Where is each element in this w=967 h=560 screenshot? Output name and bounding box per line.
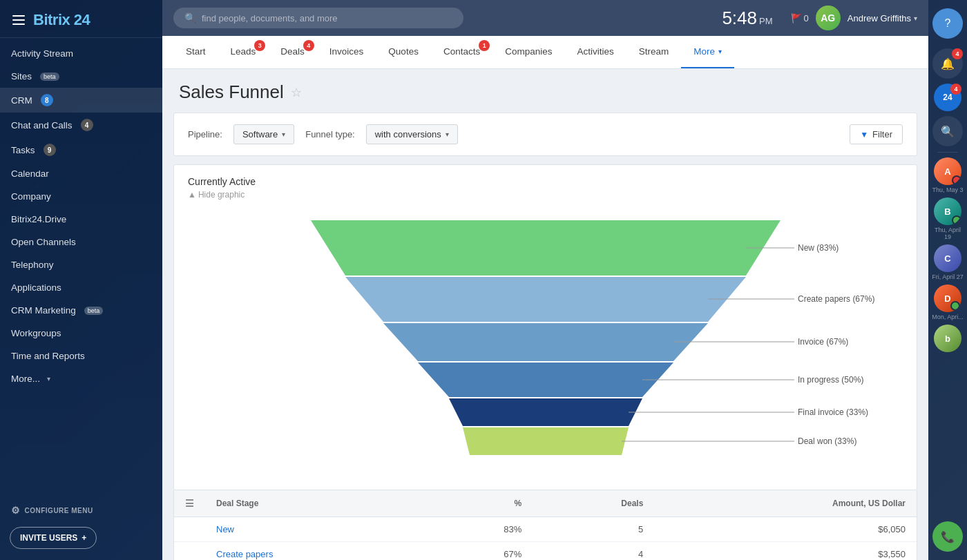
table-header-amount[interactable]: Amount, US Dollar: [654, 490, 917, 517]
rs-avatar-item-4[interactable]: D Mon, Apri...: [932, 284, 964, 320]
configure-menu[interactable]: ⚙ CONFIGURE MENU: [0, 495, 162, 523]
more-arrow-icon: ▾: [47, 375, 50, 383]
sidebar-item-applications[interactable]: Applications: [0, 276, 162, 299]
filter-panel: Pipeline: Software ▾ Funnel type: with c…: [173, 113, 917, 156]
label-final-invoice: Final invoice (33%): [798, 407, 868, 417]
sidebar-item-bitrix24-drive[interactable]: Bitrix24.Drive: [0, 208, 162, 231]
avatar-date-1: Thu, May 3: [932, 186, 963, 193]
page-title: Sales Funnel: [179, 81, 284, 103]
bitrix24-activity-button[interactable]: 24 4: [934, 84, 961, 111]
pipeline-label: Pipeline:: [188, 129, 222, 139]
favorite-star-icon[interactable]: ☆: [291, 85, 302, 100]
search-bar-wrapper[interactable]: 🔍: [173, 8, 463, 28]
avatar-initials: AG: [816, 6, 841, 30]
crm-badge: 8: [41, 94, 53, 106]
tab-activities[interactable]: Activities: [564, 36, 626, 68]
label-deal-won: Deal won (33%): [798, 436, 856, 446]
tabs-bar: Start Leads 3 Deals 4 Invoices Quotes Co…: [162, 36, 928, 69]
search-input[interactable]: [202, 13, 450, 23]
beta-badge: beta: [40, 73, 59, 81]
sidebar-item-more[interactable]: More... ▾: [0, 367, 162, 390]
invite-users-button[interactable]: INVITE USERS +: [10, 527, 97, 549]
search-button[interactable]: 🔍: [932, 116, 963, 146]
tab-companies[interactable]: Companies: [492, 36, 564, 68]
avatar-3: C: [934, 244, 961, 272]
funnel-type-label: Funnel type:: [305, 129, 355, 139]
deals-tab-badge: 4: [303, 40, 314, 51]
help-button[interactable]: ?: [932, 8, 963, 39]
sidebar-item-label: Sites: [11, 71, 32, 81]
bell-icon: 🔔: [941, 57, 955, 70]
sidebar-item-label: CRM: [11, 95, 32, 106]
number-24-icon: 24: [943, 93, 952, 102]
table-cell-pct-new: 83%: [423, 517, 533, 542]
avatar-date-4: Mon, Apri...: [932, 313, 964, 320]
table-cell-stage-new[interactable]: New: [205, 517, 423, 542]
hamburger-menu[interactable]: [10, 12, 28, 28]
sidebar-item-crm[interactable]: CRM 8: [0, 88, 162, 113]
table-header-pct[interactable]: %: [423, 490, 533, 517]
avatar-badge-4: [950, 301, 960, 311]
tab-more[interactable]: More ▾: [681, 36, 734, 68]
sidebar-item-open-channels[interactable]: Open Channels: [0, 231, 162, 253]
funnel-svg: New (83%) Create papers (67%) Invoice (6…: [193, 213, 898, 469]
table-header-deals[interactable]: Deals: [533, 490, 654, 517]
label-in-progress: In progress (50%): [798, 375, 863, 385]
hide-caret-icon: ▲: [188, 190, 196, 200]
rs-avatar-item-5[interactable]: b: [934, 325, 961, 352]
funnel-type-dropdown[interactable]: with conversions ▾: [366, 124, 458, 144]
filter-btn-label: Filter: [872, 129, 892, 139]
pipeline-dropdown[interactable]: Software ▾: [233, 124, 294, 144]
number-badge: 4: [950, 84, 961, 95]
sidebar-item-tasks[interactable]: Tasks 9: [0, 137, 162, 162]
table-header-stage[interactable]: Deal Stage: [205, 490, 423, 517]
page-content: Sales Funnel ☆ Pipeline: Software ▾ Funn…: [162, 69, 928, 560]
tab-start[interactable]: Start: [173, 36, 218, 68]
sidebar-item-chat-calls[interactable]: Chat and Calls 4: [0, 113, 162, 137]
clock-display: 5:48 PM: [722, 8, 772, 29]
sidebar-item-crm-marketing[interactable]: CRM Marketing beta: [0, 299, 162, 322]
rs-avatar-item-1[interactable]: A Thu, May 3: [932, 157, 963, 193]
user-avatar[interactable]: AG: [816, 6, 841, 30]
tab-quotes[interactable]: Quotes: [376, 36, 431, 68]
right-sidebar-divider: [937, 152, 958, 153]
tab-stream[interactable]: Stream: [626, 36, 682, 68]
invite-plus-icon: +: [82, 533, 86, 543]
sidebar-item-calendar[interactable]: Calendar: [0, 162, 162, 185]
sidebar-item-activity-stream[interactable]: Activity Stream: [0, 42, 162, 65]
page-header: Sales Funnel ☆: [162, 69, 928, 113]
sidebar-item-workgroups[interactable]: Workgroups: [0, 322, 162, 345]
clock-time: 5:48: [722, 8, 757, 29]
avatar-1: A: [934, 157, 961, 185]
user-name-label[interactable]: Andrew Griffiths ▾: [848, 13, 917, 23]
table-row: Create papers 67% 4 $3,550: [174, 542, 917, 561]
sidebar-item-time-reports[interactable]: Time and Reports: [0, 345, 162, 367]
avatar-date-2: Thu, April 19: [930, 226, 965, 240]
filter-button[interactable]: ▼ Filter: [850, 124, 903, 144]
hide-graphic-button[interactable]: ▲ Hide graphic: [188, 190, 903, 200]
sidebar-item-label: Time and Reports: [11, 351, 85, 361]
table-cell-stage-create-papers[interactable]: Create papers: [205, 542, 423, 561]
sidebar-item-telephony[interactable]: Telephony: [0, 253, 162, 276]
tab-deals[interactable]: Deals 4: [268, 36, 317, 68]
label-create-papers: Create papers (67%): [798, 294, 874, 304]
leads-tab-badge: 3: [254, 40, 265, 51]
sidebar-item-company[interactable]: Company: [0, 185, 162, 208]
funnel-type-dropdown-arrow-icon: ▾: [446, 131, 449, 138]
phone-icon: 📞: [941, 530, 955, 543]
funnel-segment-invoice: [383, 323, 708, 361]
tab-leads[interactable]: Leads 3: [218, 36, 269, 68]
sidebar-item-sites[interactable]: Sites beta: [0, 65, 162, 88]
rs-avatar-item-2[interactable]: B Thu, April 19: [930, 197, 965, 240]
notifications-button[interactable]: 🔔 4: [932, 48, 963, 79]
clock-ampm: PM: [759, 16, 773, 26]
invite-users-label: INVITE USERS: [20, 533, 77, 543]
tab-invoices[interactable]: Invoices: [317, 36, 376, 68]
rs-avatar-item-3[interactable]: C Fri, April 27: [932, 244, 964, 280]
user-chevron-icon: ▾: [914, 15, 917, 22]
phone-button[interactable]: 📞: [932, 521, 963, 552]
avatar-5: b: [934, 325, 961, 352]
sidebar-item-label: Tasks: [11, 145, 35, 155]
table-col-sort-icon[interactable]: ☰: [174, 490, 205, 517]
tab-contacts[interactable]: Contacts 1: [431, 36, 492, 68]
